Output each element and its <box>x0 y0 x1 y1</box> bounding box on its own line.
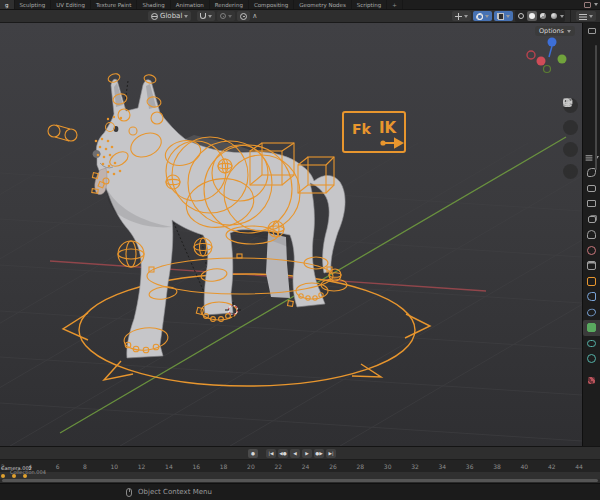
frame-tick-label: 34 <box>439 460 466 472</box>
shading-solid-button[interactable] <box>527 11 537 21</box>
viewport-nav-buttons <box>563 98 578 179</box>
properties-tab-bone-constraints-icon[interactable] <box>583 351 600 367</box>
fkik-panel[interactable]: Fk IK <box>343 112 405 152</box>
previous-keyframe-button[interactable]: ◀● <box>278 449 288 458</box>
jump-to-end-button[interactable]: ▶| <box>326 449 336 458</box>
chevron-down-icon <box>464 15 468 18</box>
show-gizmo-dropdown[interactable] <box>452 11 471 21</box>
tab-modeling-partial[interactable]: g <box>0 0 15 9</box>
overlays-icon <box>476 13 483 20</box>
frame-tick-label: 6 <box>56 460 83 472</box>
bone-shape-control <box>48 125 77 141</box>
frame-tick-label: 12 <box>138 460 165 472</box>
proportional-editing-button[interactable] <box>237 11 250 21</box>
properties-tab-render-icon[interactable] <box>583 181 600 197</box>
tab-geometry-nodes[interactable]: Geometry Nodes <box>294 0 351 9</box>
proportional-falloff-icon[interactable]: ∧ <box>252 13 257 20</box>
frame-tick-label: 26 <box>329 460 356 472</box>
tab-compositing[interactable]: Compositing <box>249 0 294 9</box>
dog-model[interactable] <box>93 79 346 358</box>
snap-toggle-button[interactable] <box>197 11 215 21</box>
keyframe-dot[interactable] <box>12 474 16 478</box>
pan-button[interactable] <box>563 120 578 135</box>
jump-to-start-button[interactable]: |◀ <box>266 449 276 458</box>
chevron-down-icon <box>567 30 571 33</box>
play-reverse-button[interactable]: ◀ <box>290 449 300 458</box>
shading-material-button[interactable] <box>538 11 548 21</box>
chevron-down-icon <box>184 15 188 18</box>
properties-tab-bone-icon[interactable] <box>583 336 600 352</box>
frame-tick-label: 8 <box>83 460 110 472</box>
frame-tick-label: 10 <box>110 460 137 472</box>
xray-toggle-dropdown[interactable] <box>494 11 513 21</box>
options-label: Options <box>539 27 564 35</box>
properties-tab-column <box>583 165 600 388</box>
transform-orientation-dropdown[interactable]: Global <box>148 11 191 21</box>
shading-wireframe-button[interactable] <box>516 11 526 21</box>
properties-tab-tool-icon[interactable] <box>583 165 600 181</box>
tab-rendering[interactable]: Rendering <box>210 0 249 9</box>
chevron-down-icon <box>228 15 232 18</box>
properties-tab-output-icon[interactable] <box>583 196 600 212</box>
viewport-canvas[interactable]: Fk IK <box>0 23 582 446</box>
snap-target-dropdown[interactable] <box>217 11 235 21</box>
add-workspace-button[interactable]: + <box>387 0 403 9</box>
scrollbar-thumb[interactable] <box>2 479 598 482</box>
grid-icon <box>563 98 572 107</box>
properties-icon <box>585 155 592 161</box>
properties-tab-world-icon[interactable] <box>583 243 600 259</box>
status-bar: Object Context Menu <box>0 483 600 500</box>
list-icon <box>579 13 587 20</box>
tab-texture-paint[interactable]: Texture Paint <box>91 0 138 9</box>
properties-tab-object-data-icon[interactable] <box>583 320 600 336</box>
properties-tab-texture-icon[interactable] <box>583 373 600 389</box>
navigation-gizmo[interactable] <box>527 38 567 73</box>
frame-ruler[interactable]: 2468101214161820222426283032343638404244 <box>0 460 600 472</box>
camera-view-button[interactable] <box>563 142 578 157</box>
outliner-display-mode-dropdown[interactable] <box>576 11 596 21</box>
magnet-icon <box>200 13 206 19</box>
tab-animation[interactable]: Animation <box>171 0 210 9</box>
tab-shading[interactable]: Shading <box>137 0 170 9</box>
tab-scripting[interactable]: Scripting <box>352 0 387 9</box>
orientation-label: Global <box>160 12 182 20</box>
chevron-down-icon <box>506 15 510 18</box>
next-keyframe-button[interactable]: ●▶ <box>314 449 324 458</box>
proportional-editing-icon <box>240 13 247 20</box>
orthographic-toggle-button[interactable] <box>563 164 578 179</box>
orientation-globe-icon <box>151 13 158 20</box>
scene-selector[interactable] <box>584 0 598 9</box>
blender-window: gSculptingUV EditingTexture PaintShading… <box>0 0 600 500</box>
shading-mode-group <box>515 10 565 22</box>
auto-keying-button[interactable]: ● <box>248 449 258 458</box>
properties-tab-object-icon[interactable] <box>583 274 600 290</box>
properties-tab-constraints-icon[interactable] <box>583 289 600 305</box>
keyframe-dot[interactable] <box>1 474 5 478</box>
properties-tab-physics-icon[interactable] <box>583 305 600 321</box>
root-control[interactable] <box>63 274 430 386</box>
shading-rendered-button[interactable] <box>549 11 559 21</box>
properties-tab-scene-icon[interactable] <box>583 227 600 243</box>
properties-tab-view-layer-icon[interactable] <box>583 212 600 228</box>
viewport-3d[interactable]: Fk IK <box>0 23 582 446</box>
frame-tick-label: 42 <box>548 460 575 472</box>
tab-sculpting[interactable]: Sculpting <box>15 0 52 9</box>
chevron-down-icon <box>594 3 598 6</box>
options-button[interactable]: Options <box>535 26 575 36</box>
frame-tick-label: 4 <box>28 460 55 472</box>
frame-tick-label: 40 <box>521 460 548 472</box>
tab-uv-editing[interactable]: UV Editing <box>51 0 91 9</box>
ik-label: IK <box>379 119 398 137</box>
frame-tick-label: 36 <box>466 460 493 472</box>
frame-tick-label: 32 <box>411 460 438 472</box>
workspace-tab-bar: gSculptingUV EditingTexture PaintShading… <box>0 0 600 9</box>
snap-target-icon <box>220 13 226 19</box>
keyframe-dot[interactable] <box>23 474 27 478</box>
frame-tick-label: 44 <box>575 460 600 472</box>
outliner-scrollbar[interactable] <box>595 45 597 170</box>
properties-tab-collection-icon[interactable] <box>583 258 600 274</box>
keyframe-track[interactable] <box>0 472 600 479</box>
play-button[interactable]: ▶ <box>302 449 312 458</box>
frame-tick-label: 38 <box>493 460 520 472</box>
show-overlays-dropdown[interactable] <box>473 11 492 21</box>
